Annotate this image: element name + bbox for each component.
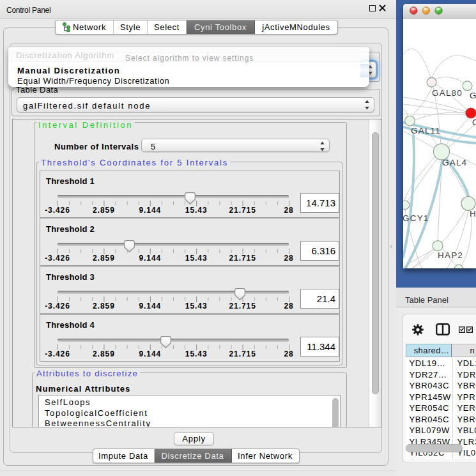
svg-text:GCY1: GCY1 <box>403 213 429 223</box>
svg-text:C: C <box>472 118 476 127</box>
svg-text:GAL11: GAL11 <box>411 126 441 135</box>
svg-text:HAP2: HAP2 <box>438 250 463 260</box>
svg-text:GAL4: GAL4 <box>442 158 467 167</box>
svg-text:GA: GA <box>470 91 476 100</box>
svg-text:H: H <box>470 209 476 219</box>
svg-text:GAL80: GAL80 <box>432 88 463 98</box>
